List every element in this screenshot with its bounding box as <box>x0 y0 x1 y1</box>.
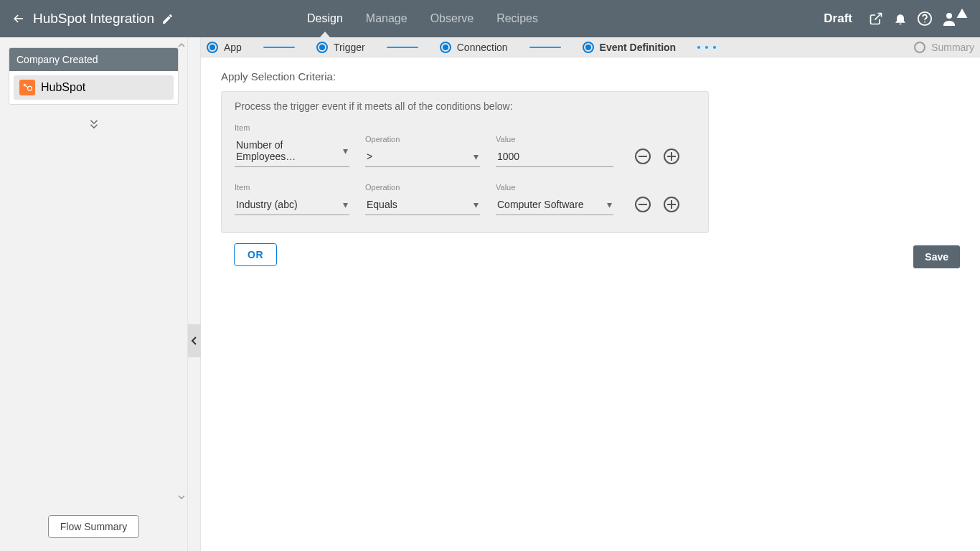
sidebar-collapse-button[interactable] <box>188 324 201 357</box>
condition-item-field: Item Industry (abc) ▾ <box>235 183 349 215</box>
minus-icon <box>639 156 647 157</box>
criteria-group: Process the trigger event if it meets al… <box>221 91 709 233</box>
wizard-stepper: App Trigger Connection Event Definition <box>201 37 980 57</box>
help-button[interactable] <box>914 8 936 29</box>
step-connector <box>529 47 561 48</box>
condition-item-select[interactable]: Industry (abc) ▾ <box>235 196 349 215</box>
external-link-icon <box>869 11 883 26</box>
bell-icon <box>893 11 908 26</box>
scroll-down-icon <box>178 494 185 501</box>
select-value: > <box>367 151 372 162</box>
double-chevron-down-icon <box>88 118 100 131</box>
status-badge: Draft <box>824 11 852 26</box>
topbar: HubSpot Integration Design Manage Observ… <box>0 0 980 37</box>
tab-design[interactable]: Design <box>296 0 354 37</box>
criteria-intro-text: Process the trigger event if it meets al… <box>235 100 695 112</box>
step-label: Connection <box>457 42 508 53</box>
chevron-left-icon <box>191 336 198 346</box>
radio-filled-icon <box>440 42 451 53</box>
condition-value-field: Value 1000 <box>496 135 613 167</box>
condition-value-input[interactable]: 1000 <box>496 148 613 167</box>
warning-icon <box>956 8 968 19</box>
condition-operation-select[interactable]: > ▾ <box>365 148 480 167</box>
field-label: Item <box>235 183 349 192</box>
flow-summary-button[interactable]: Flow Summary <box>48 515 139 538</box>
trigger-app-label: HubSpot <box>41 81 85 94</box>
trigger-app-item[interactable]: HubSpot <box>14 75 174 100</box>
add-condition-button[interactable] <box>664 197 679 212</box>
add-or-group-button[interactable]: OR <box>234 243 277 266</box>
condition-item-select[interactable]: Number of Employees… ▾ <box>235 136 349 167</box>
condition-row: Item Industry (abc) ▾ Operation Equals ▾ <box>235 183 695 215</box>
condition-operation-select[interactable]: Equals ▾ <box>365 196 480 215</box>
user-icon <box>941 10 958 27</box>
step-connector-dotted <box>697 47 729 48</box>
step-label: Event Definition <box>600 42 677 53</box>
svg-point-4 <box>28 86 32 90</box>
content-area: Apply Selection Criteria: Process the tr… <box>201 57 980 551</box>
step-label: App <box>224 42 242 53</box>
hubspot-icon <box>19 80 35 95</box>
radio-empty-icon <box>914 42 925 53</box>
select-value: Industry (abc) <box>236 199 298 210</box>
plus-icon <box>667 200 676 209</box>
main-panel: App Trigger Connection Event Definition <box>201 37 980 551</box>
step-connection[interactable]: Connection <box>440 42 508 53</box>
minus-icon <box>639 204 647 205</box>
svg-rect-8 <box>639 204 647 205</box>
field-label: Operation <box>365 183 480 192</box>
condition-value-field: Value Computer Software ▾ <box>496 183 613 215</box>
tab-manage[interactable]: Manage <box>354 0 419 37</box>
main-tabs: Design Manage Observe Recipes <box>296 0 550 37</box>
remove-condition-button[interactable] <box>635 197 651 212</box>
step-connector <box>263 47 295 48</box>
page-title: HubSpot Integration <box>33 11 154 27</box>
field-label: Value <box>496 183 613 192</box>
remove-condition-button[interactable] <box>635 149 651 164</box>
condition-row: Item Number of Employees… ▾ Operation > … <box>235 123 695 167</box>
condition-operation-field: Operation Equals ▾ <box>365 183 480 215</box>
condition-value-select[interactable]: Computer Software ▾ <box>496 196 613 215</box>
step-app[interactable]: App <box>207 42 242 53</box>
caret-down-icon: ▾ <box>343 199 348 210</box>
sidebar-collapse-rail <box>188 37 201 551</box>
condition-operation-field: Operation > ▾ <box>365 135 480 167</box>
caret-down-icon: ▾ <box>343 145 348 156</box>
step-label: Trigger <box>334 42 365 53</box>
select-value: Computer Software <box>497 199 584 210</box>
step-trigger[interactable]: Trigger <box>316 42 365 53</box>
pencil-icon <box>161 13 174 25</box>
caret-down-icon: ▾ <box>473 199 479 210</box>
caret-down-icon: ▾ <box>473 151 479 162</box>
plus-icon <box>667 152 676 161</box>
tab-observe[interactable]: Observe <box>419 0 485 37</box>
field-label: Item <box>235 123 349 132</box>
svg-rect-7 <box>667 156 676 157</box>
sidebar: Company Created HubSpot Flow Summary <box>0 37 188 551</box>
open-external-button[interactable] <box>865 8 887 29</box>
svg-point-2 <box>946 13 952 19</box>
expand-all-button[interactable] <box>88 118 100 131</box>
help-icon <box>917 11 933 27</box>
svg-point-1 <box>924 22 925 23</box>
arrow-left-icon <box>11 11 26 26</box>
account-button[interactable] <box>938 8 970 29</box>
select-value: Number of Employees… <box>236 139 339 162</box>
save-button[interactable]: Save <box>913 245 960 268</box>
step-event-definition[interactable]: Event Definition <box>583 42 677 53</box>
add-condition-button[interactable] <box>664 149 679 164</box>
input-value: 1000 <box>497 151 519 162</box>
tab-recipes[interactable]: Recipes <box>485 0 550 37</box>
radio-filled-icon <box>207 42 218 53</box>
svg-rect-10 <box>667 204 676 205</box>
trigger-panel-title: Company Created <box>9 48 178 71</box>
step-summary[interactable]: Summary <box>914 42 974 53</box>
scroll-up-icon <box>178 42 185 49</box>
radio-filled-icon <box>583 42 594 53</box>
edit-title-button[interactable] <box>161 13 174 25</box>
condition-item-field: Item Number of Employees… ▾ <box>235 123 349 167</box>
notifications-button[interactable] <box>890 8 911 29</box>
caret-down-icon: ▾ <box>607 199 612 210</box>
back-button[interactable] <box>9 9 29 29</box>
step-connector <box>387 47 418 48</box>
